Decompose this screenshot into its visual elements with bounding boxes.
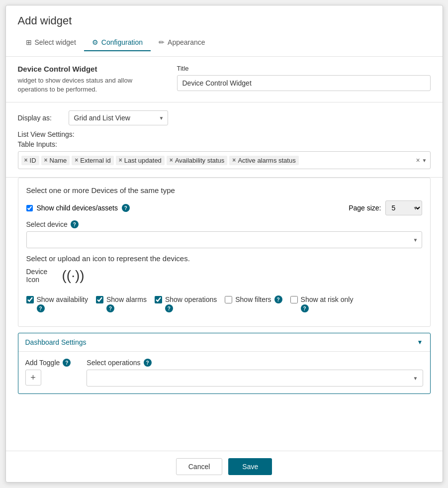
page-size-label: Page size: [349,204,381,212]
tab-configuration[interactable]: ⚙ Configuration [84,34,151,51]
show-operations-checkbox[interactable] [155,296,162,303]
dashboard-settings-title: Dashboard Settings [25,338,87,346]
tag-active-alarms-close[interactable]: × [232,157,236,164]
show-alarms-label: Show alarms [106,295,147,303]
show-availability-label: Show availability [37,295,89,303]
dashboard-settings-header[interactable]: Dashboard Settings ▼ [18,333,430,351]
tag-external-id: × External id [72,156,113,165]
tab-appearance-label: Appearance [168,38,205,46]
show-filters-check-row: Show filters ? [225,295,282,303]
select-widget-icon: ⊞ [26,38,32,46]
show-alarms-help-icon[interactable]: ? [106,304,114,312]
device-icon-row: DeviceIcon ((·)) [26,268,422,284]
modal-body: Device Control Widget widget to show dev… [6,57,443,451]
widget-title-input[interactable] [177,75,431,91]
select-operations-label-group: Select operations ? [87,359,423,367]
tab-appearance[interactable]: ✏ Appearance [151,34,213,51]
page-size-group: Page size: 5 10 20 50 100 [349,200,422,215]
list-view-settings-label: List View Settings: [18,130,431,138]
tag-name-close[interactable]: × [44,157,48,164]
show-availability-check-row: Show availability [26,295,89,303]
display-as-select[interactable]: Grid and List View Grid View List View [69,110,168,125]
device-select[interactable] [26,231,422,248]
tag-id-label: ID [30,157,36,164]
tag-last-updated-close[interactable]: × [119,157,122,164]
page-size-select[interactable]: 5 10 20 50 100 [385,200,422,215]
dashboard-settings-arrow-icon: ▼ [417,339,423,346]
modal-footer: Cancel Save [6,451,443,482]
device-icon-label: DeviceIcon [26,268,56,284]
option-show-alarms: Show alarms ? [96,295,147,312]
page-size-dropdown-wrapper: 5 10 20 50 100 [385,200,422,215]
show-availability-help-icon[interactable]: ? [37,304,45,312]
show-operations-label: Show operations [165,295,217,303]
tab-select-widget[interactable]: ⊞ Select widget [18,34,84,51]
add-toggle-help-icon[interactable]: ? [63,359,71,367]
tag-external-id-label: External id [80,157,110,164]
device-icon-symbol[interactable]: ((·)) [62,268,85,284]
tag-availability-status-close[interactable]: × [170,157,173,164]
display-as-dropdown-wrapper: Grid and List View Grid View List View [69,110,168,125]
title-label: Title [177,65,431,72]
dashboard-settings-panel: Dashboard Settings ▼ Add Toggle ? + Sele… [18,333,431,394]
save-button[interactable]: Save [228,458,272,475]
show-filters-help-icon[interactable]: ? [274,295,282,303]
options-row: Show availability ? Show alarms ? Show o… [26,290,422,318]
show-at-risk-help-icon[interactable]: ? [301,304,309,312]
add-toggle-button[interactable]: + [25,370,41,386]
tag-last-updated-label: Last updated [124,157,162,164]
tag-id: × ID [21,156,39,165]
show-alarms-check-row: Show alarms [96,295,147,303]
show-child-devices-checkbox[interactable] [26,205,33,211]
tag-active-alarms: × Active alarms status [229,156,298,165]
show-at-risk-check-row: Show at risk only [290,295,354,303]
appearance-icon: ✏ [159,38,165,46]
option-show-at-risk: Show at risk only ? [290,295,354,312]
cancel-button[interactable]: Cancel [176,458,223,475]
option-show-filters: Show filters ? [225,295,282,303]
show-filters-checkbox[interactable] [225,296,232,303]
widget-title-section: Title [177,65,431,94]
widget-info-section: Device Control Widget widget to show dev… [6,57,443,102]
tabs-container: ⊞ Select widget ⚙ Configuration ✏ Appear… [18,34,431,51]
configuration-icon: ⚙ [92,38,98,46]
select-device-label-group: Select device ? [26,220,422,228]
device-select-wrapper [26,231,422,248]
option-show-operations: Show operations ? [155,295,217,312]
show-at-risk-checkbox[interactable] [290,296,298,303]
icon-section: Select or upload an icon to represent th… [26,254,422,284]
tag-external-id-close[interactable]: × [75,157,78,164]
tags-dropdown-arrow[interactable]: ▼ [422,158,427,163]
show-alarms-checkbox[interactable] [96,296,103,303]
show-availability-checkbox[interactable] [26,296,34,303]
show-operations-help-icon[interactable]: ? [165,304,173,312]
config-section: Display as: Grid and List View Grid View… [6,102,443,178]
select-operations-section: Select operations ? [87,359,423,387]
display-as-label: Display as: [18,114,63,122]
show-operations-check-row: Show operations [155,295,217,303]
tag-availability-status: × Availability status [167,156,228,165]
modal-header: Add widget ⊞ Select widget ⚙ Configurati… [6,5,443,57]
tags-input-container[interactable]: × ID × Name × External id × Last updated… [18,151,431,169]
tag-last-updated: × Last updated [116,156,165,165]
dashboard-settings-content: Add Toggle ? + Select operations ? [18,351,430,393]
tag-active-alarms-label: Active alarms status [238,157,295,164]
operations-select-wrapper [87,370,423,387]
add-widget-modal: Add widget ⊞ Select widget ⚙ Configurati… [5,5,443,483]
icon-section-title: Select or upload an icon to represent th… [26,254,422,263]
select-device-help-icon[interactable]: ? [71,220,79,228]
display-as-row: Display as: Grid and List View Grid View… [18,110,431,125]
device-section-title: Select one or more Devices of the same t… [26,186,422,195]
tags-clear-button[interactable]: × [416,156,420,164]
show-at-risk-label: Show at risk only [301,295,354,303]
show-child-devices-label: Show child devices/assets [37,204,118,212]
show-child-help-icon[interactable]: ? [122,204,130,212]
tag-id-close[interactable]: × [24,157,28,164]
select-device-row: Select device ? [26,220,422,248]
device-selection-section: Select one or more Devices of the same t… [18,178,431,327]
select-device-label: Select device [26,220,68,228]
widget-description: Device Control Widget widget to show dev… [18,65,157,94]
tag-name: × Name [41,156,70,165]
select-operations-help-icon[interactable]: ? [144,359,152,367]
operations-select[interactable] [87,370,423,387]
